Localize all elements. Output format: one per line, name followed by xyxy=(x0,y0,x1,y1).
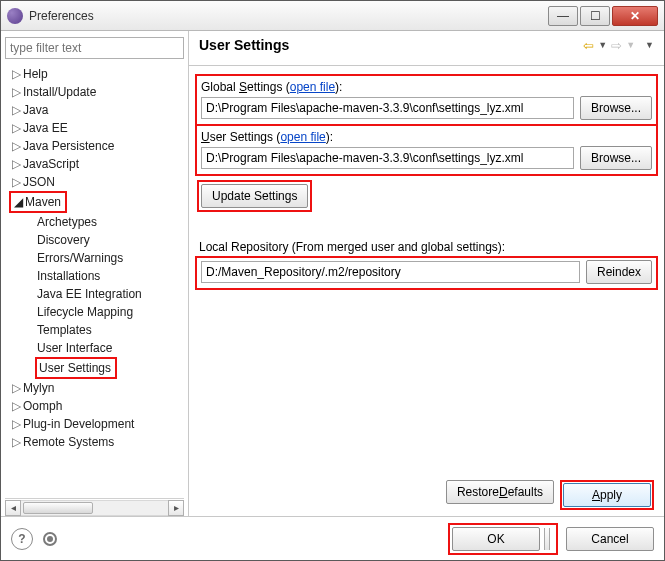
close-button[interactable]: ✕ xyxy=(612,6,658,26)
tree-item-templates[interactable]: Templates xyxy=(37,323,92,337)
header-toolbar: ⇦▼ ⇨▼ ▼ xyxy=(583,38,654,53)
page-title: User Settings xyxy=(199,37,583,53)
user-browse-button[interactable]: Browse... xyxy=(580,146,652,170)
restore-defaults-button[interactable]: Restore Defaults xyxy=(446,480,554,504)
forward-menu-icon: ▼ xyxy=(626,40,635,50)
tree-item-remotesystems[interactable]: Remote Systems xyxy=(23,435,114,449)
local-repository-input[interactable] xyxy=(201,261,580,283)
global-settings-label: Global Settings (open file): xyxy=(201,78,652,96)
back-menu-icon[interactable]: ▼ xyxy=(598,40,607,50)
app-icon xyxy=(7,8,23,24)
preferences-dialog: Preferences — ☐ ✕ ▷Help ▷Install/Update … xyxy=(0,0,665,561)
user-settings-label: User Settings (open file): xyxy=(201,128,652,146)
tree-item-javascript[interactable]: JavaScript xyxy=(23,157,79,171)
tree-item-maven[interactable]: Maven xyxy=(25,195,61,209)
record-icon[interactable] xyxy=(43,532,57,546)
global-browse-button[interactable]: Browse... xyxy=(580,96,652,120)
tree-item-json[interactable]: JSON xyxy=(23,175,55,189)
local-repository-label: Local Repository (From merged user and g… xyxy=(199,238,654,256)
tree-item-help[interactable]: Help xyxy=(23,67,48,81)
back-icon[interactable]: ⇦ xyxy=(583,38,594,53)
update-settings-button[interactable]: Update Settings xyxy=(201,184,308,208)
global-open-file-link[interactable]: open file xyxy=(290,80,335,94)
scroll-thumb[interactable] xyxy=(23,502,93,514)
preference-tree[interactable]: ▷Help ▷Install/Update ▷Java ▷Java EE ▷Ja… xyxy=(5,63,184,498)
tree-item-javapersistence[interactable]: Java Persistence xyxy=(23,139,114,153)
global-settings-input[interactable] xyxy=(201,97,574,119)
reindex-button[interactable]: Reindex xyxy=(586,260,652,284)
update-settings-highlight: Update Settings xyxy=(197,180,312,212)
tree-item-discovery[interactable]: Discovery xyxy=(37,233,90,247)
view-menu-icon[interactable]: ▼ xyxy=(645,40,654,50)
tree-item-plugindev[interactable]: Plug-in Development xyxy=(23,417,134,431)
user-settings-highlight: User Settings (open file): Browse... xyxy=(195,124,658,176)
global-settings-highlight: Global Settings (open file): Browse... xyxy=(195,74,658,126)
filter-input[interactable] xyxy=(5,37,184,59)
apply-highlight: AApplypply xyxy=(560,480,654,510)
ok-split-handle[interactable] xyxy=(544,528,550,550)
tree-item-java[interactable]: Java xyxy=(23,103,48,117)
maximize-button[interactable]: ☐ xyxy=(580,6,610,26)
scroll-right-icon[interactable]: ▸ xyxy=(168,500,184,516)
apply-button[interactable]: AApplypply xyxy=(563,483,651,507)
tree-item-errors[interactable]: Errors/Warnings xyxy=(37,251,123,265)
tree-item-oomph[interactable]: Oomph xyxy=(23,399,62,413)
tree-item-install[interactable]: Install/Update xyxy=(23,85,96,99)
horizontal-scrollbar[interactable]: ◂ ▸ xyxy=(5,498,184,516)
window-title: Preferences xyxy=(29,9,546,23)
sidebar: ▷Help ▷Install/Update ▷Java ▷Java EE ▷Ja… xyxy=(1,31,189,516)
tree-item-usersettings[interactable]: User Settings xyxy=(39,361,111,375)
minimize-button[interactable]: — xyxy=(548,6,578,26)
titlebar[interactable]: Preferences — ☐ ✕ xyxy=(1,1,664,31)
tree-item-archetypes[interactable]: Archetypes xyxy=(37,215,97,229)
scroll-left-icon[interactable]: ◂ xyxy=(5,500,21,516)
user-open-file-link[interactable]: open file xyxy=(280,130,325,144)
ok-highlight: OK xyxy=(448,523,558,555)
tree-item-mylyn[interactable]: Mylyn xyxy=(23,381,54,395)
tree-item-lifecycle[interactable]: Lifecycle Mapping xyxy=(37,305,133,319)
local-repository-highlight: Reindex xyxy=(195,256,658,290)
tree-item-javaeeintegration[interactable]: Java EE Integration xyxy=(37,287,142,301)
tree-item-javaee[interactable]: Java EE xyxy=(23,121,68,135)
forward-icon: ⇨ xyxy=(611,38,622,53)
cancel-button[interactable]: Cancel xyxy=(566,527,654,551)
dialog-footer: ? OK Cancel xyxy=(1,516,664,560)
tree-item-installations[interactable]: Installations xyxy=(37,269,100,283)
help-icon[interactable]: ? xyxy=(11,528,33,550)
tree-item-ui[interactable]: User Interface xyxy=(37,341,112,355)
ok-button[interactable]: OK xyxy=(452,527,540,551)
user-settings-input[interactable] xyxy=(201,147,574,169)
